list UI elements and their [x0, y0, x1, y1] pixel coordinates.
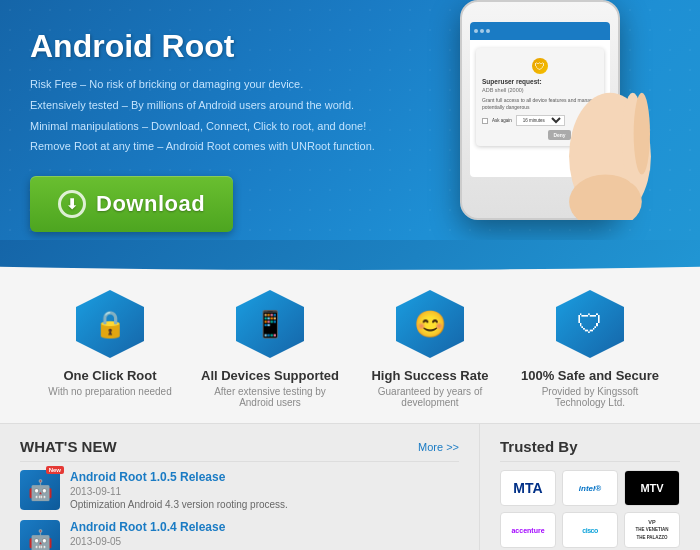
hero-title: Android Root	[30, 28, 390, 65]
release-info: Android Root 1.0.5 Release 2013-09-11 Op…	[70, 470, 459, 510]
hero-content: Android Root Risk Free – No risk of bric…	[0, 0, 420, 240]
release-date: 2013-09-05	[70, 536, 459, 547]
feature-subtitle-one-click-root: With no preparation needed	[40, 386, 180, 397]
feature-hex-one-click-root: 🔒	[76, 290, 144, 358]
more-link[interactable]: More >>	[418, 441, 459, 453]
ask-again-checkbox[interactable]	[482, 118, 488, 124]
trusted-logo-cisco: cisco	[562, 512, 618, 548]
feature-item-high-success: 😊 High Success Rate Guaranteed by years …	[360, 290, 500, 408]
feature-title-high-success: High Success Rate	[360, 368, 500, 383]
dialog-icon: 🛡	[532, 58, 548, 74]
release-icon: 🤖	[20, 520, 60, 550]
feature-hex-high-success: 😊	[396, 290, 464, 358]
release-desc: Optimization Android 4.3 version rooting…	[70, 499, 459, 510]
download-button[interactable]: ⬇ Download	[30, 176, 233, 232]
release-name[interactable]: Android Root 1.0.4 Release	[70, 520, 459, 534]
download-icon: ⬇	[58, 190, 86, 218]
trusted-logo-intel: intel®	[562, 470, 618, 506]
new-badge: New	[46, 466, 64, 474]
svg-point-3	[634, 93, 650, 175]
features-section: 🔒 One Click Root With no preparation nee…	[0, 270, 700, 423]
phone-mockup: 🛡 Superuser request: ADB shell (2000) Gr…	[440, 0, 660, 230]
trusted-by-title: Trusted By	[500, 438, 680, 462]
mtv-logo-inner: MTV	[625, 471, 679, 505]
trusted-logo-vp-the-venetian-the-palazzo: VPTHE VENETIANTHE PALAZZO	[624, 512, 680, 548]
whats-new-section: WHAT'S NEW More >> 🤖 New Android Root 1.…	[0, 424, 480, 550]
list-item: 🤖 New Android Root 1.0.5 Release 2013-09…	[20, 470, 459, 510]
trusted-logo-mtv: MTV	[624, 470, 680, 506]
release-date: 2013-09-11	[70, 486, 459, 497]
bullet-4: Remove Root at any time – Android Root c…	[30, 137, 390, 157]
whats-new-title: WHAT'S NEW	[20, 438, 117, 455]
wave-separator	[0, 240, 700, 270]
feature-subtitle-all-devices: After extensive testing by Android users	[200, 386, 340, 408]
hero-section: Android Root Risk Free – No risk of bric…	[0, 0, 700, 240]
trusted-logo-mta: MTA	[500, 470, 556, 506]
wave-top	[0, 240, 700, 270]
trusted-logo-accenture: accenture	[500, 512, 556, 548]
release-icon: 🤖 New	[20, 470, 60, 510]
feature-subtitle-safe-secure: Provided by Kingssoft Technology Ltd.	[520, 386, 660, 408]
feature-hex-all-devices: 📱	[236, 290, 304, 358]
feature-item-safe-secure: 🛡 100% Safe and Secure Provided by Kings…	[520, 290, 660, 408]
download-label: Download	[96, 191, 205, 217]
bullet-1: Risk Free – No risk of bricking or damag…	[30, 75, 390, 95]
trusted-by-section: Trusted By MTAintel®MTVaccentureciscoVPT…	[480, 424, 700, 550]
feature-item-all-devices: 📱 All Devices Supported After extensive …	[200, 290, 340, 408]
feature-subtitle-high-success: Guaranteed by years of development	[360, 386, 500, 408]
phone-area: 🛡 Superuser request: ADB shell (2000) Gr…	[400, 0, 680, 240]
ask-again-label: Ask again	[492, 118, 512, 123]
feature-title-all-devices: All Devices Supported	[200, 368, 340, 383]
trusted-logos: MTAintel®MTVaccentureciscoVPTHE VENETIAN…	[500, 470, 680, 548]
release-name[interactable]: Android Root 1.0.5 Release	[70, 470, 459, 484]
feature-item-one-click-root: 🔒 One Click Root With no preparation nee…	[40, 290, 180, 397]
bullet-3: Minimal manipulations – Download, Connec…	[30, 117, 390, 137]
bullet-2: Extensively tested – By millions of Andr…	[30, 96, 390, 116]
release-info: Android Root 1.0.4 Release 2013-09-05 Op…	[70, 520, 459, 550]
feature-title-safe-secure: 100% Safe and Secure	[520, 368, 660, 383]
releases-container: 🤖 New Android Root 1.0.5 Release 2013-09…	[20, 470, 459, 550]
bottom-section: WHAT'S NEW More >> 🤖 New Android Root 1.…	[0, 423, 700, 550]
feature-title-one-click-root: One Click Root	[40, 368, 180, 383]
list-item: 🤖 Android Root 1.0.4 Release 2013-09-05 …	[20, 520, 459, 550]
hand-svg	[550, 20, 670, 220]
hero-bullets: Risk Free – No risk of bricking or damag…	[30, 75, 390, 157]
feature-hex-safe-secure: 🛡	[556, 290, 624, 358]
whats-new-header: WHAT'S NEW More >>	[20, 438, 459, 462]
